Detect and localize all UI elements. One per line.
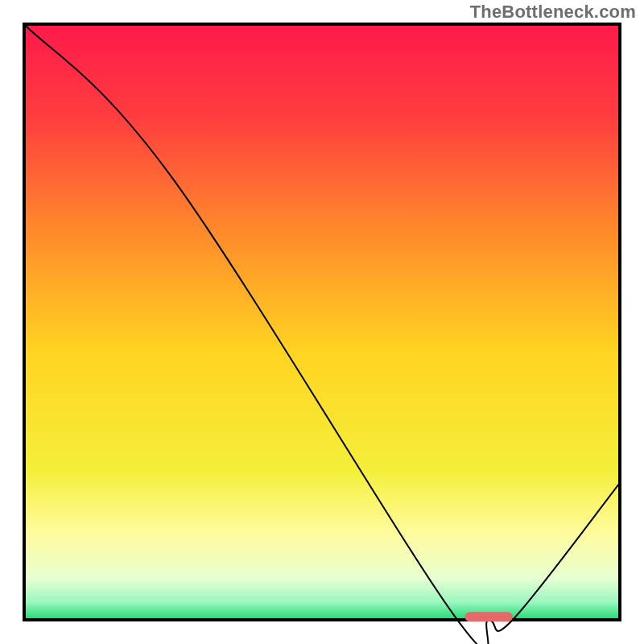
optimal-range-marker	[465, 612, 513, 621]
chart-container: TheBottleneck.com	[0, 0, 644, 644]
bottleneck-chart	[0, 0, 644, 644]
plot-background	[24, 24, 620, 620]
